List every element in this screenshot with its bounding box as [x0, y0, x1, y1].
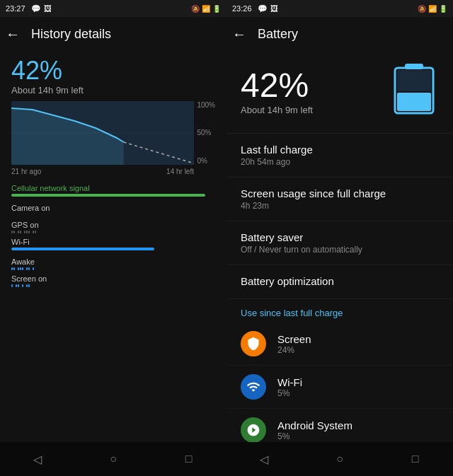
photo-icon: 🖼 [44, 4, 52, 13]
left-screen: 23:27 💬 🖼 🔕 📶 🔋 ← History details 42% Ab… [0, 0, 226, 476]
usage-label-camera: Camera on [11, 204, 215, 212]
app-item-android[interactable]: Android System 5% [226, 409, 453, 442]
mute-icon-right: 🔕 [418, 5, 426, 13]
android-app-percent: 5% [277, 431, 352, 441]
back-nav-left[interactable]: ◁ [30, 452, 45, 466]
wifi-app-icon [241, 374, 266, 400]
last-charge-sub: 20h 54m ago [241, 157, 439, 167]
android-app-icon [241, 417, 266, 442]
battery-saver-label: Battery saver [241, 231, 439, 243]
status-icons-left: 🔕 📶 🔋 [191, 5, 221, 13]
photo-icon-right: 🖼 [270, 4, 278, 13]
page-title-right: Battery [258, 27, 298, 42]
battery-chart: 100% 50% 0% [11, 101, 215, 165]
svg-rect-4 [405, 64, 423, 69]
top-bar-right: ← Battery [226, 17, 453, 51]
chart-label-100: 100% [197, 101, 215, 109]
usage-row-wifi: Wi-Fi [11, 238, 215, 253]
msg-icon-right: 💬 [258, 4, 268, 13]
right-screen: 23:26 💬 🖼 🔕 📶 🔋 ← Battery 42% About 14h … [226, 0, 453, 476]
chart-labels-right: 100% 50% 0% [197, 101, 215, 165]
signal-icon: 📶 [202, 5, 210, 13]
status-time-right-left: 23:26 💬 🖼 [232, 4, 278, 13]
battery-icon-right: 🔋 [439, 5, 447, 13]
nav-bar-left: ◁ ○ □ [0, 442, 226, 476]
back-nav-right[interactable]: ◁ [257, 452, 271, 466]
battery-time-left: About 14h 9m left [11, 85, 215, 95]
time-left: 23:27 [6, 4, 25, 13]
usage-label-cellular: Cellular network signal [11, 184, 215, 192]
usage-label-awake: Awake [11, 257, 215, 266]
android-app-name: Android System [277, 419, 352, 431]
svg-rect-5 [397, 93, 431, 111]
list-item-last-charge[interactable]: Last full charge 20h 54m ago [226, 134, 453, 178]
chart-time-labels: 21 hr ago 14 hr left [11, 168, 215, 175]
usage-label-wifi: Wi-Fi [11, 238, 215, 246]
mute-icon: 🔕 [191, 5, 200, 13]
list-item-battery-opt[interactable]: Battery optimization [226, 265, 453, 299]
back-button-right[interactable]: ← [232, 26, 246, 42]
recent-nav-right[interactable]: □ [408, 452, 423, 466]
gps-dots [11, 231, 215, 233]
battery-saver-sub: Off / Never turn on automatically [241, 245, 439, 255]
screen-app-info: Screen 24% [277, 333, 311, 355]
list-item-battery-saver[interactable]: Battery saver Off / Never turn on automa… [226, 221, 453, 265]
top-bar-left: ← History details [0, 17, 226, 51]
battery-main: 42% About 14h 9m left Last full charge 2… [226, 51, 453, 442]
awake-dots [11, 267, 215, 270]
usage-label-gps: GPS on [11, 221, 215, 229]
screen-usage-label: Screen usage since full charge [241, 187, 439, 199]
app-item-wifi[interactable]: Wi-Fi 5% [226, 366, 453, 409]
back-button-left[interactable]: ← [6, 26, 20, 42]
chart-label-0: 0% [197, 157, 215, 165]
battery-hero-info: 42% About 14h 9m left [241, 66, 313, 115]
usage-row-cellular: Cellular network signal [11, 184, 215, 199]
signal-icon-right: 📶 [428, 5, 437, 13]
battery-percent-left: 42% [11, 57, 215, 85]
screen-dots [11, 284, 215, 287]
battery-graphic [389, 62, 439, 119]
camera-dots [11, 214, 215, 216]
usage-label-screen: Screen on [11, 274, 215, 283]
android-app-info: Android System 5% [277, 419, 352, 441]
battery-chart-svg [11, 101, 194, 165]
chart-time-right: 14 hr left [166, 168, 194, 175]
battery-icon-status: 🔋 [212, 5, 221, 13]
wifi-app-percent: 5% [277, 388, 302, 398]
wifi-bar [11, 248, 215, 253]
time-right: 23:26 [232, 4, 252, 13]
wifi-app-name: Wi-Fi [277, 376, 302, 388]
chart-time-left: 21 hr ago [11, 168, 41, 175]
status-bar-left: 23:27 💬 🖼 🔕 📶 🔋 [0, 0, 226, 17]
usage-row-gps: GPS on [11, 221, 215, 233]
history-content: 42% About 14h 9m left 100% [0, 51, 226, 442]
app-item-screen[interactable]: Screen 24% [226, 323, 453, 366]
section-header-use: Use since last full charge [226, 299, 453, 323]
svg-rect-6 [397, 70, 431, 91]
home-nav-right[interactable]: ○ [333, 452, 347, 466]
screen-usage-sub: 4h 23m [241, 201, 439, 211]
recent-nav-left[interactable]: □ [182, 452, 196, 466]
status-icons-right: 🔕 📶 🔋 [418, 5, 447, 13]
screen-app-icon [241, 331, 266, 356]
battery-hero: 42% About 14h 9m left [226, 51, 453, 133]
usage-row-awake: Awake [11, 257, 215, 270]
msg-icon: 💬 [31, 4, 41, 13]
screen-app-name: Screen [277, 333, 311, 345]
usage-row-screen: Screen on [11, 274, 215, 287]
home-nav-left[interactable]: ○ [106, 452, 120, 466]
status-time-left: 23:27 💬 🖼 [6, 4, 52, 13]
battery-opt-label: Battery optimization [241, 275, 439, 287]
battery-percent-big: 42% [241, 66, 313, 105]
usage-row-camera: Camera on [11, 204, 215, 216]
battery-time-hero: About 14h 9m left [241, 105, 313, 115]
chart-label-50: 50% [197, 129, 215, 137]
last-charge-label: Last full charge [241, 144, 439, 156]
nav-bar-right: ◁ ○ □ [226, 442, 453, 476]
chart-svg-wrapper [11, 101, 194, 165]
page-title-left: History details [31, 27, 111, 42]
list-item-screen-usage[interactable]: Screen usage since full charge 4h 23m [226, 178, 453, 221]
wifi-app-info: Wi-Fi 5% [277, 376, 302, 398]
screen-app-percent: 24% [277, 345, 311, 355]
cellular-bar [11, 194, 215, 199]
